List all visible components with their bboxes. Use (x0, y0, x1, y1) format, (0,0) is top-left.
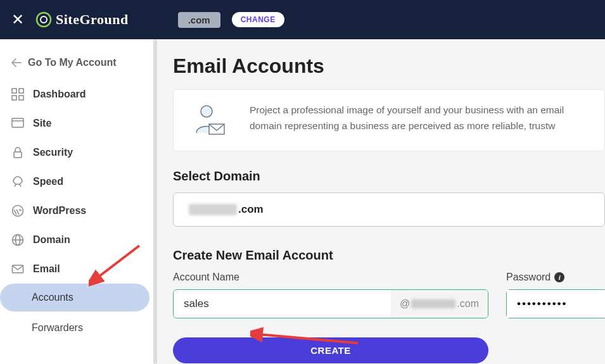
svg-rect-3 (19, 89, 23, 93)
password-label: Password i (506, 272, 605, 283)
svg-rect-5 (19, 96, 23, 100)
back-label: Go To My Account (28, 57, 117, 68)
info-icon[interactable]: i (554, 272, 564, 282)
account-name-label: Account Name (173, 272, 488, 283)
current-domain-badge: .com (178, 12, 220, 28)
info-card: Project a professional image of yourself… (173, 89, 605, 151)
create-button[interactable]: CREATE (173, 337, 488, 363)
sidebar-item-site[interactable]: Site (0, 109, 155, 138)
logo-text: SiteGround (56, 11, 129, 28)
account-name-group: Account Name @ .com CREATE (173, 272, 488, 363)
sidebar-item-email[interactable]: Email (0, 254, 155, 284)
sidebar-sub-label: Forwarders (32, 322, 83, 333)
password-input-wrap (506, 289, 605, 318)
svg-rect-4 (12, 96, 16, 100)
domain-select[interactable]: .com (173, 192, 605, 227)
page-title: Email Accounts (173, 54, 605, 78)
sidebar-item-label: Domain (33, 234, 70, 246)
sidebar-item-domain[interactable]: Domain (0, 225, 155, 254)
sidebar-sub-label: Accounts (32, 292, 73, 303)
back-to-account-link[interactable]: Go To My Account (0, 51, 155, 80)
sidebar-item-label: WordPress (33, 205, 86, 217)
change-domain-button[interactable]: CHANGE (232, 12, 284, 27)
arrow-left-icon (11, 58, 22, 67)
site-icon (11, 117, 24, 130)
sidebar-item-label: Security (33, 147, 73, 158)
sidebar-item-security[interactable]: Security (0, 138, 155, 167)
svg-rect-2 (12, 89, 16, 93)
app-header: ✕ SiteGround .com CHANGE (0, 0, 605, 39)
svg-point-14 (201, 106, 212, 117)
svg-point-1 (41, 16, 47, 23)
person-mail-icon (191, 103, 227, 138)
select-domain-title: Select Domain (173, 169, 605, 184)
globe-icon (11, 234, 24, 246)
sidebar-sub-accounts[interactable]: Accounts (0, 284, 150, 311)
domain-name-redacted (189, 204, 237, 215)
sidebar-item-label: Site (33, 118, 51, 129)
lock-icon (11, 146, 24, 159)
logo[interactable]: SiteGround (35, 11, 129, 28)
create-section-title: Create New Email Account (173, 248, 605, 263)
wordpress-icon (11, 204, 24, 217)
create-form-row: Account Name @ .com CREATE Password i (173, 272, 605, 363)
sidebar-item-label: Speed (33, 176, 63, 187)
info-text: Project a professional image of yourself… (250, 103, 587, 138)
sidebar-sub-forwarders[interactable]: Forwarders (0, 314, 150, 342)
main-content: Email Accounts Project a professional im… (155, 39, 605, 364)
sidebar-item-dashboard[interactable]: Dashboard (0, 80, 155, 109)
password-group: Password i (506, 272, 605, 363)
account-name-input[interactable] (174, 290, 391, 318)
dashboard-icon (11, 88, 24, 101)
sidebar-item-speed[interactable]: Speed (0, 167, 155, 196)
sidebar-item-label: Email (33, 263, 60, 275)
rocket-icon (11, 175, 24, 188)
logo-icon (35, 11, 52, 28)
domain-tld: .com (238, 203, 264, 216)
envelope-icon (11, 263, 24, 275)
svg-point-0 (37, 13, 51, 27)
sidebar: Go To My Account Dashboard Site Security… (0, 39, 155, 364)
sidebar-item-wordpress[interactable]: WordPress (0, 196, 155, 225)
svg-rect-8 (14, 152, 22, 158)
account-name-input-wrap: @ .com (173, 289, 488, 318)
password-input[interactable] (507, 290, 605, 318)
svg-rect-6 (12, 118, 23, 127)
account-domain-suffix: @ .com (391, 290, 488, 318)
close-icon[interactable]: ✕ (11, 11, 24, 28)
sidebar-item-label: Dashboard (33, 89, 86, 100)
